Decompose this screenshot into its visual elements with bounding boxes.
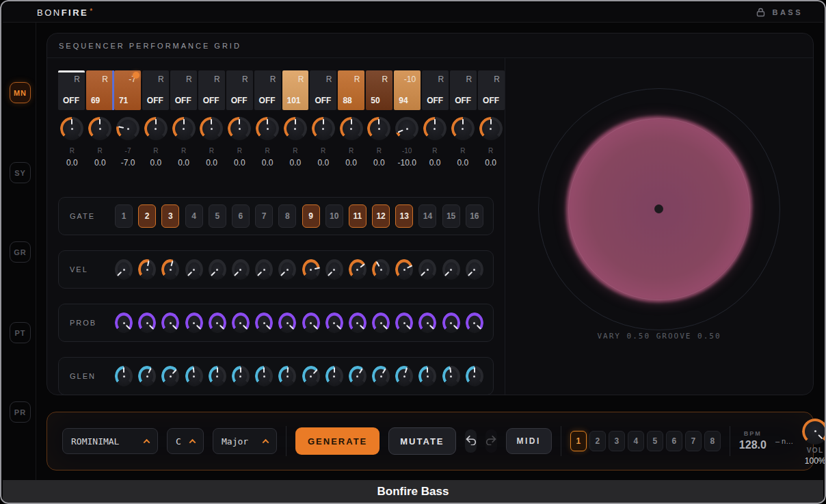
gate-step-button-5[interactable]: 5 [209, 204, 226, 228]
step-cell-12[interactable]: R50 [366, 70, 392, 110]
glen-knob-5[interactable] [209, 366, 226, 386]
vel-knob-5[interactable] [209, 259, 226, 280]
vel-knob-7[interactable] [255, 259, 273, 280]
glen-knob-16[interactable] [466, 366, 483, 386]
step-cell-8[interactable]: ROFF [254, 70, 281, 110]
vel-knob-3[interactable] [161, 259, 179, 280]
xy-pad-center-dot[interactable] [654, 204, 663, 213]
volume-knob[interactable] [802, 419, 826, 445]
pitch-knob-8[interactable] [256, 117, 279, 140]
mutate-button[interactable]: MUTATE [388, 427, 455, 455]
gate-step-button-14[interactable]: 14 [418, 204, 436, 228]
pattern-button-6[interactable]: 6 [666, 431, 682, 451]
vel-knob-14[interactable] [418, 259, 436, 280]
pattern-button-8[interactable]: 8 [704, 431, 721, 451]
pitch-knob-7[interactable] [228, 117, 251, 140]
glen-knob-13[interactable] [395, 366, 413, 386]
glen-knob-12[interactable] [372, 366, 390, 386]
step-cell-1[interactable]: ROFF [58, 70, 85, 110]
vel-knob-8[interactable] [278, 259, 296, 280]
gate-step-button-15[interactable]: 15 [442, 204, 460, 228]
glen-knob-15[interactable] [442, 366, 460, 386]
step-cell-11[interactable]: R88 [338, 70, 364, 110]
generate-button[interactable]: GENERATE [295, 427, 379, 455]
prob-knob-6[interactable] [232, 313, 250, 333]
prob-knob-3[interactable] [161, 313, 179, 333]
step-cell-4[interactable]: ROFF [142, 70, 169, 110]
mode-dropdown[interactable]: Major [213, 428, 277, 454]
pattern-button-3[interactable]: 3 [609, 431, 625, 451]
glen-knob-8[interactable] [278, 366, 296, 386]
pattern-button-4[interactable]: 4 [628, 431, 644, 451]
prob-knob-9[interactable] [302, 313, 320, 333]
step-cell-13[interactable]: -1094 [394, 70, 421, 110]
gate-step-button-12[interactable]: 12 [372, 204, 390, 228]
prob-knob-15[interactable] [442, 313, 460, 333]
glen-knob-7[interactable] [255, 366, 273, 386]
bpm-value[interactable]: 128.0 [739, 438, 767, 452]
pitch-knob-13[interactable] [395, 117, 418, 140]
prob-knob-16[interactable] [466, 313, 483, 333]
pattern-button-7[interactable]: 7 [685, 431, 702, 451]
prob-knob-2[interactable] [138, 313, 156, 333]
pitch-knob-6[interactable] [200, 117, 223, 140]
pattern-button-1[interactable]: 1 [570, 431, 587, 451]
prob-knob-13[interactable] [395, 313, 413, 333]
sidebar-tab-mn[interactable]: MN [10, 82, 31, 103]
pitch-knob-16[interactable] [479, 117, 503, 140]
glen-knob-4[interactable] [185, 366, 203, 386]
glen-knob-6[interactable] [232, 366, 250, 386]
step-cell-3[interactable]: -771 [114, 70, 141, 110]
sidebar-tab-sy[interactable]: SY [10, 162, 31, 183]
vel-knob-15[interactable] [442, 259, 460, 280]
gate-step-button-7[interactable]: 7 [255, 204, 273, 228]
prob-knob-1[interactable] [115, 313, 133, 333]
glen-knob-14[interactable] [418, 366, 436, 386]
vel-knob-6[interactable] [232, 259, 250, 280]
glen-knob-3[interactable] [161, 366, 179, 386]
pitch-knob-15[interactable] [451, 117, 475, 140]
prob-knob-11[interactable] [349, 313, 367, 333]
pitch-knob-14[interactable] [423, 117, 447, 140]
vel-knob-1[interactable] [115, 259, 133, 280]
step-cell-14[interactable]: ROFF [422, 70, 449, 110]
pitch-knob-11[interactable] [340, 117, 363, 140]
pattern-button-2[interactable]: 2 [589, 431, 606, 451]
step-cell-2[interactable]: R69 [86, 70, 113, 110]
gate-step-button-1[interactable]: 1 [115, 204, 133, 228]
undo-button[interactable] [465, 429, 477, 453]
pitch-knob-2[interactable] [88, 117, 111, 140]
pattern-button-5[interactable]: 5 [647, 431, 663, 451]
prob-knob-5[interactable] [209, 313, 226, 333]
glen-knob-9[interactable] [302, 366, 320, 386]
redo-button[interactable] [485, 429, 497, 453]
vel-knob-2[interactable] [138, 259, 156, 280]
gate-step-button-2[interactable]: 2 [138, 204, 156, 228]
pitch-knob-10[interactable] [312, 117, 335, 140]
gate-step-button-3[interactable]: 3 [161, 204, 179, 228]
gate-step-button-8[interactable]: 8 [278, 204, 296, 228]
step-cell-16[interactable]: ROFF [478, 70, 505, 110]
prob-knob-8[interactable] [278, 313, 296, 333]
gate-step-button-4[interactable]: 4 [185, 204, 203, 228]
vel-knob-9[interactable] [302, 259, 320, 280]
step-cell-7[interactable]: ROFF [226, 70, 253, 110]
vel-knob-10[interactable] [325, 259, 343, 280]
glen-knob-10[interactable] [325, 366, 343, 386]
vel-knob-16[interactable] [466, 259, 483, 280]
gate-step-button-6[interactable]: 6 [232, 204, 250, 228]
gate-step-button-9[interactable]: 9 [302, 204, 320, 228]
pitch-knob-1[interactable] [60, 117, 83, 140]
midi-button[interactable]: MIDI [506, 428, 552, 454]
scale-dropdown[interactable]: ROMINIMAL [62, 428, 158, 454]
sidebar-tab-pr[interactable]: PR [10, 401, 31, 423]
glen-knob-1[interactable] [115, 366, 133, 386]
pitch-knob-9[interactable] [284, 117, 307, 140]
step-cell-15[interactable]: ROFF [450, 70, 477, 110]
prob-knob-7[interactable] [255, 313, 273, 333]
pitch-knob-12[interactable] [367, 117, 390, 140]
sync-text[interactable]: – n… [775, 437, 793, 445]
preset-name[interactable]: BASS [772, 8, 803, 16]
gate-step-button-13[interactable]: 13 [395, 204, 413, 228]
gate-step-button-10[interactable]: 10 [325, 204, 343, 228]
